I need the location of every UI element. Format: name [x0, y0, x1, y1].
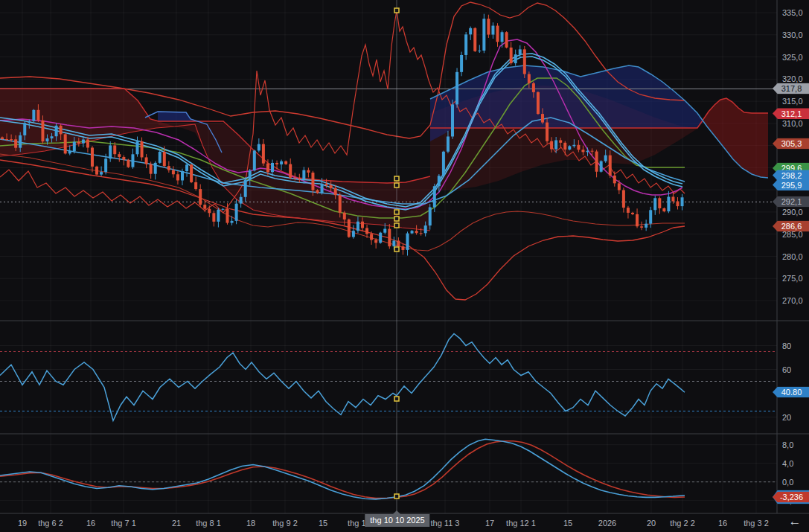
candle: [41, 121, 44, 141]
chart-canvas[interactable]: [0, 0, 809, 532]
candle: [482, 19, 485, 51]
candle: [392, 240, 395, 246]
candle: [464, 34, 467, 55]
candle: [131, 154, 134, 167]
candle: [478, 51, 481, 51]
candle: [208, 209, 211, 214]
selection-handle[interactable]: [394, 247, 399, 251]
candle: [109, 145, 112, 158]
candle: [244, 180, 247, 197]
candle: [532, 83, 535, 92]
candle: [406, 234, 409, 250]
candle: [298, 178, 301, 179]
candle: [577, 145, 580, 150]
candle: [203, 205, 206, 209]
selection-handle[interactable]: [394, 8, 399, 13]
candle: [141, 141, 144, 157]
price-axis-area[interactable]: [778, 0, 809, 513]
candle: [604, 156, 607, 161]
candle: [77, 142, 80, 144]
candle: [167, 166, 170, 170]
candle: [199, 189, 202, 205]
candle: [226, 209, 229, 223]
candle: [159, 152, 162, 163]
candle: [352, 231, 355, 237]
candle: [127, 160, 129, 167]
candle: [86, 139, 89, 147]
candle: [563, 143, 566, 150]
candle: [73, 142, 76, 151]
selection-handle[interactable]: [394, 223, 399, 228]
candle: [613, 176, 616, 184]
candle: [23, 123, 26, 135]
selection-handle[interactable]: [394, 183, 399, 188]
candle: [653, 198, 656, 210]
candle: [609, 156, 612, 176]
candle: [600, 161, 603, 172]
candle: [10, 139, 13, 140]
candle: [514, 54, 517, 63]
selection-handle[interactable]: [394, 217, 399, 221]
candle: [420, 233, 423, 234]
candle: [519, 49, 522, 54]
candle: [586, 151, 589, 153]
candle: [523, 49, 526, 74]
candle: [546, 123, 549, 141]
candle: [95, 167, 98, 175]
candle: [275, 163, 278, 164]
candle: [68, 151, 71, 153]
candle: [429, 207, 432, 225]
candle: [82, 139, 85, 143]
candle: [501, 32, 504, 42]
candle: [172, 170, 175, 175]
candle: [572, 145, 575, 147]
selection-handle[interactable]: [394, 210, 399, 214]
candle: [118, 154, 121, 157]
candle: [253, 150, 256, 170]
selection-handle[interactable]: [394, 176, 399, 181]
candle: [258, 144, 260, 151]
candle: [595, 152, 598, 172]
candle: [302, 170, 305, 179]
candle: [348, 219, 351, 237]
candle: [370, 234, 373, 240]
candle: [677, 202, 680, 207]
crosshair-date-badge: thg 10 10 2025: [365, 514, 429, 527]
candle: [249, 170, 252, 179]
candle: [383, 229, 386, 233]
candle: [401, 246, 404, 250]
candle: [496, 26, 499, 42]
candle: [150, 164, 153, 174]
candle: [217, 210, 220, 222]
candle: [667, 196, 670, 211]
candle: [266, 164, 269, 173]
candle: [469, 28, 472, 35]
candle: [671, 196, 674, 201]
candle: [163, 152, 166, 166]
candle: [631, 213, 634, 214]
candle: [325, 184, 328, 185]
selection-handle[interactable]: [394, 397, 399, 401]
candle: [379, 233, 382, 243]
candle: [645, 224, 647, 228]
candle: [334, 188, 337, 195]
candle: [640, 226, 643, 228]
candle: [424, 225, 427, 233]
candle: [316, 190, 319, 193]
candle: [5, 139, 8, 140]
candle: [374, 240, 377, 243]
candle: [190, 164, 193, 182]
candle: [280, 161, 283, 164]
candle: [388, 229, 391, 247]
go-to-realtime-arrow-icon[interactable]: ←: [786, 513, 804, 530]
selection-handle[interactable]: [394, 494, 399, 499]
candle: [321, 184, 324, 193]
candle: [411, 231, 414, 233]
candle: [221, 209, 224, 210]
candle: [51, 136, 54, 138]
candle: [591, 151, 594, 152]
candle: [32, 110, 35, 121]
candle: [136, 141, 139, 154]
candle: [100, 172, 103, 174]
candle: [433, 186, 436, 207]
